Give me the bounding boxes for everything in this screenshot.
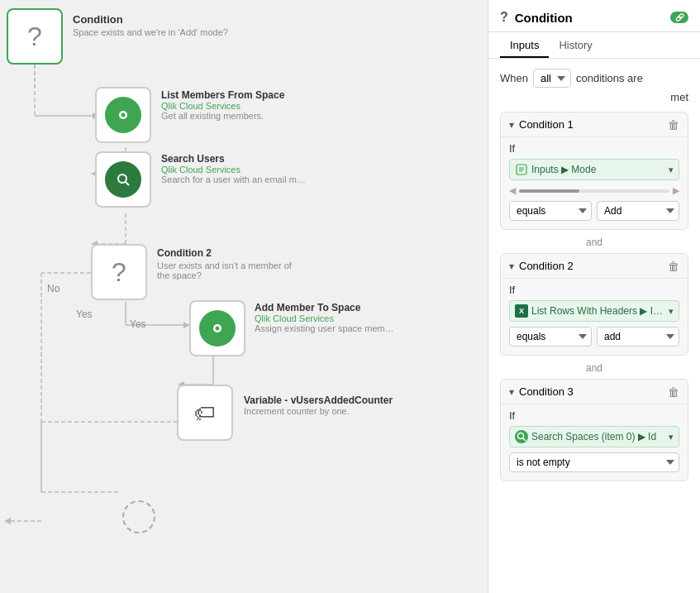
question-mark-2-icon: ? bbox=[112, 257, 126, 288]
token-chevron-2: ▾ bbox=[669, 306, 674, 317]
excel-icon: X bbox=[515, 304, 528, 318]
no-label: No bbox=[47, 283, 60, 294]
scroll-hint-1: ◀ ▶ bbox=[509, 185, 679, 196]
when-select[interactable]: all bbox=[533, 69, 571, 88]
search-users-label: Search Users Qlik Cloud Services Search … bbox=[161, 153, 310, 184]
right-panel: ? Condition Inputs History When all cond… bbox=[488, 0, 700, 593]
add-member-node[interactable] bbox=[189, 300, 245, 356]
condition-2-body: If X List Rows With Headers ▶ Item ▶ Fla… bbox=[501, 278, 688, 355]
condition-1-selects: equals not equals Add Remove bbox=[509, 201, 679, 221]
delete-condition-1-button[interactable]: 🗑 bbox=[668, 119, 679, 131]
add-member-label: Add Member To Space Qlik Cloud Services … bbox=[255, 302, 395, 333]
inputs-icon bbox=[515, 163, 528, 176]
variable-node[interactable]: 🏷 bbox=[177, 385, 233, 441]
qlik-search-icon bbox=[105, 161, 141, 198]
yes-label-2: Yes bbox=[130, 318, 146, 330]
and-divider-2: and bbox=[500, 362, 688, 374]
met-label: met bbox=[500, 91, 688, 103]
svg-marker-22 bbox=[4, 518, 11, 524]
condition-3-operator[interactable]: is not empty is empty equals bbox=[509, 452, 679, 472]
search-spaces-icon bbox=[515, 430, 528, 443]
condition2-label: Condition 2 User exists and isn't a memb… bbox=[157, 247, 306, 280]
chevron-down-icon-1: ▾ bbox=[509, 119, 514, 131]
question-mark-icon: ? bbox=[27, 22, 42, 52]
tag-icon: 🏷 bbox=[194, 400, 216, 426]
tab-bar: Inputs History bbox=[488, 32, 700, 59]
top-condition-node[interactable]: ? bbox=[7, 8, 63, 65]
scroll-right-1[interactable]: ▶ bbox=[673, 185, 679, 196]
condition-1-operator[interactable]: equals not equals bbox=[509, 201, 592, 221]
panel-question-icon: ? bbox=[500, 10, 508, 25]
condition-2-selects: equals not equals add remove bbox=[509, 327, 679, 347]
search-users-node[interactable] bbox=[95, 151, 151, 208]
link-icon[interactable] bbox=[670, 12, 688, 23]
svg-line-38 bbox=[523, 438, 526, 442]
qlik-add-icon bbox=[199, 310, 236, 347]
condition-1-block: ▾ Condition 1 🗑 If Inputs ▶ Mode ▾ ◀ bbox=[500, 112, 688, 230]
scroll-bar-1 bbox=[519, 189, 669, 193]
if-label-1: If bbox=[509, 142, 679, 155]
when-label: When bbox=[500, 72, 528, 84]
condition-1-token[interactable]: Inputs ▶ Mode ▾ bbox=[509, 159, 679, 180]
yes-label-1: Yes bbox=[76, 308, 93, 320]
panel-title: Condition bbox=[515, 11, 664, 25]
list-members-node[interactable] bbox=[95, 87, 151, 143]
loop-connector bbox=[122, 500, 155, 533]
tab-inputs[interactable]: Inputs bbox=[500, 32, 549, 58]
token-chevron-1: ▾ bbox=[669, 165, 674, 175]
chevron-down-icon-3: ▾ bbox=[509, 386, 514, 398]
condition-3-token-text: Search Spaces (item 0) ▶ Id bbox=[531, 431, 665, 442]
condition-2-value[interactable]: add remove bbox=[597, 327, 679, 347]
if-label-2: If bbox=[509, 284, 679, 296]
variable-label: Variable - vUsersAddedCounter Increment … bbox=[244, 395, 393, 416]
condition-2-token[interactable]: X List Rows With Headers ▶ Item ▶ Flag ▾ bbox=[509, 300, 679, 322]
condition-3-header[interactable]: ▾ Condition 3 🗑 bbox=[501, 380, 688, 404]
condition-2-title: Condition 2 bbox=[519, 260, 663, 272]
and-divider-1: and bbox=[500, 237, 688, 248]
flow-diagram: ? Condition Space exists and we're in 'A… bbox=[0, 0, 488, 593]
chevron-down-icon-2: ▾ bbox=[509, 261, 514, 272]
condition-3-block: ▾ Condition 3 🗑 If Search Spaces (item 0… bbox=[500, 379, 688, 481]
right-content: When all conditions are met ▾ Condition … bbox=[488, 59, 700, 593]
delete-condition-3-button[interactable]: 🗑 bbox=[668, 386, 679, 398]
condition-1-token-text: Inputs ▶ Mode bbox=[531, 164, 665, 175]
condition-1-title: Condition 1 bbox=[519, 118, 663, 131]
condition-1-value[interactable]: Add Remove bbox=[597, 201, 679, 221]
tab-history[interactable]: History bbox=[549, 32, 602, 58]
condition-2-header[interactable]: ▾ Condition 2 🗑 bbox=[501, 254, 688, 278]
condition-1-header[interactable]: ▾ Condition 1 🗑 bbox=[501, 112, 688, 136]
condition-2-token-text: List Rows With Headers ▶ Item ▶ Flag bbox=[531, 305, 665, 317]
svg-point-26 bbox=[121, 113, 126, 117]
condition2-node[interactable]: ? bbox=[91, 244, 147, 300]
condition-2-block: ▾ Condition 2 🗑 If X List Rows With Head… bbox=[500, 253, 688, 356]
conditions-are-label: conditions are bbox=[576, 72, 643, 84]
condition-3-body: If Search Spaces (item 0) ▶ Id ▾ is not … bbox=[501, 404, 688, 481]
when-row: When all conditions are met bbox=[500, 69, 688, 103]
condition-3-selects: is not empty is empty equals bbox=[509, 452, 679, 472]
svg-point-32 bbox=[216, 327, 220, 331]
token-chevron-3: ▾ bbox=[669, 432, 674, 442]
condition-2-operator[interactable]: equals not equals bbox=[509, 327, 592, 347]
qlik-logo-icon bbox=[105, 97, 141, 133]
if-label-3: If bbox=[509, 409, 679, 422]
top-condition-label: Condition Space exists and we're in 'Add… bbox=[73, 13, 228, 37]
condition-3-title: Condition 3 bbox=[519, 385, 663, 398]
scroll-left-1[interactable]: ◀ bbox=[509, 185, 516, 196]
panel-header: ? Condition bbox=[488, 0, 700, 32]
condition-3-token[interactable]: Search Spaces (item 0) ▶ Id ▾ bbox=[509, 426, 679, 447]
scroll-thumb-1 bbox=[519, 189, 579, 193]
condition-1-body: If Inputs ▶ Mode ▾ ◀ ▶ bbox=[501, 136, 688, 229]
delete-condition-2-button[interactable]: 🗑 bbox=[668, 261, 679, 272]
svg-point-37 bbox=[518, 433, 524, 439]
list-members-label: List Members From Space Qlik Cloud Servi… bbox=[161, 89, 284, 121]
